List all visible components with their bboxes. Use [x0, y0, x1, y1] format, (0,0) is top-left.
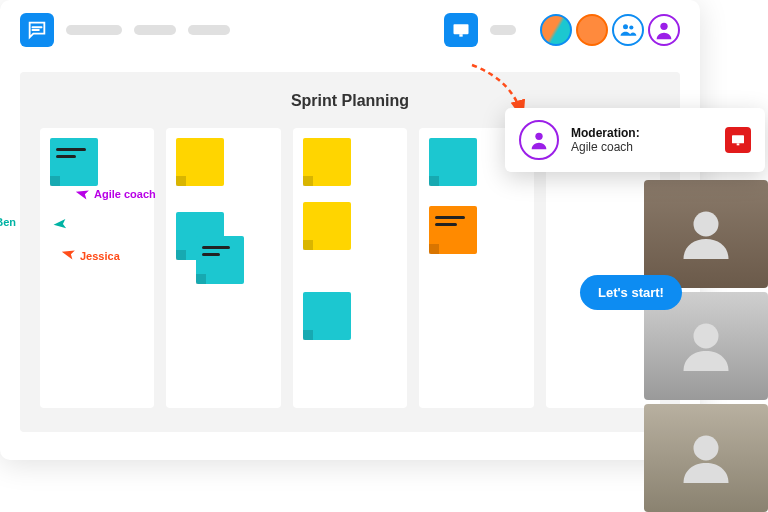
sticky-note[interactable]: [303, 292, 351, 340]
svg-point-4: [660, 23, 667, 30]
svg-point-10: [694, 436, 719, 461]
svg-point-5: [535, 133, 542, 140]
sticky-note[interactable]: [303, 138, 351, 186]
avatar-moderator: [519, 120, 559, 160]
present-button[interactable]: [444, 13, 478, 47]
avatar-group: [540, 14, 680, 46]
sticky-note[interactable]: [303, 202, 351, 250]
sticky-note[interactable]: [429, 138, 477, 186]
sticky-note[interactable]: [50, 138, 98, 186]
svg-point-3: [629, 25, 633, 29]
video-participant-1[interactable]: [644, 180, 768, 288]
avatar-moderator[interactable]: [648, 14, 680, 46]
start-button[interactable]: Let's start!: [580, 275, 682, 310]
column-3[interactable]: [293, 128, 407, 408]
svg-rect-0: [454, 24, 469, 34]
nav-placeholder: [134, 25, 176, 35]
logo-icon[interactable]: [20, 13, 54, 47]
sticky-note[interactable]: [176, 138, 224, 186]
video-panel: [644, 180, 768, 512]
svg-rect-1: [459, 34, 462, 36]
column-2[interactable]: [166, 128, 280, 408]
column-1[interactable]: Agile coach Ben Jessica: [40, 128, 154, 408]
svg-rect-7: [737, 143, 740, 145]
sticky-note[interactable]: [429, 206, 477, 254]
sticky-note[interactable]: [196, 236, 244, 284]
app-window: Sprint Planning Agile coach Ben Jessica: [0, 0, 700, 460]
cursor-jessica: Jessica: [62, 246, 78, 264]
tooltip-title: Moderation:: [571, 126, 713, 140]
svg-point-8: [694, 212, 719, 237]
nav-placeholder: [490, 25, 516, 35]
svg-point-2: [623, 24, 628, 29]
cursor-agile-coach: Agile coach: [76, 186, 92, 204]
avatar-user-2[interactable]: [576, 14, 608, 46]
moderation-tooltip: Moderation: Agile coach: [505, 108, 765, 172]
video-participant-3[interactable]: [644, 404, 768, 512]
nav-placeholder: [188, 25, 230, 35]
nav-placeholder: [66, 25, 122, 35]
svg-rect-6: [732, 135, 744, 143]
svg-point-9: [694, 324, 719, 349]
present-mode-icon: [725, 127, 751, 153]
tooltip-subtitle: Agile coach: [571, 140, 713, 154]
avatar-user-1[interactable]: [540, 14, 572, 46]
header: [0, 0, 700, 60]
avatar-group-icon[interactable]: [612, 14, 644, 46]
